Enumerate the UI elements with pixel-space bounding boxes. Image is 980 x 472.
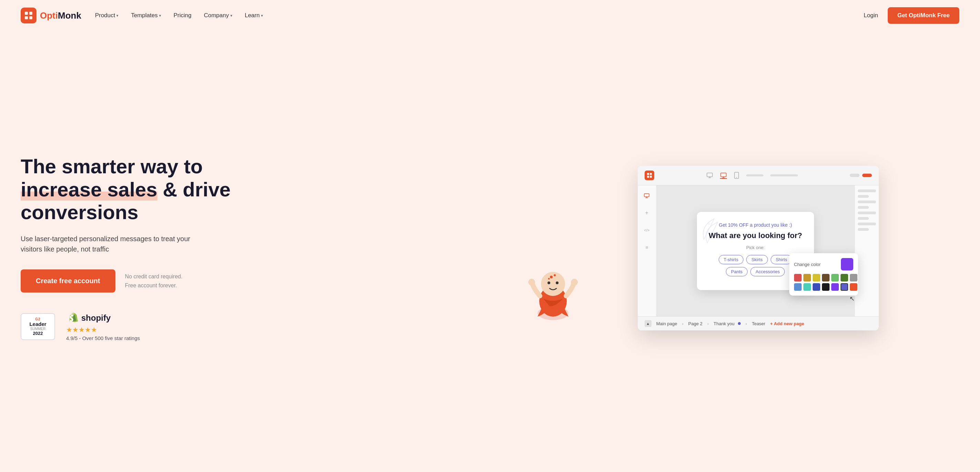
svg-point-6 (541, 272, 565, 296)
color-picker: Change color (789, 253, 858, 296)
swatch-purple[interactable] (831, 283, 839, 291)
topbar-spacer (746, 174, 764, 176)
svg-point-10 (554, 274, 556, 276)
hero-character (525, 258, 581, 327)
nav-product[interactable]: Product ▾ (95, 12, 119, 19)
mockup-tabs (706, 172, 798, 179)
swatch-gold[interactable] (803, 274, 811, 281)
g2-badge: G2 Leader SUMMER 2022 (21, 313, 55, 340)
hero-section: The smarter way to increase sales & driv… (0, 31, 980, 472)
svg-point-24 (703, 230, 705, 231)
cp-grid (794, 274, 853, 291)
ui-mockup: + </> ≡ (638, 166, 879, 330)
cp-label: Change color (794, 262, 821, 267)
logo-link[interactable]: OptiMonk (21, 8, 81, 24)
nav-company[interactable]: Company ▾ (204, 12, 232, 19)
sidebar-tool-layers[interactable]: ≡ (642, 242, 652, 252)
swatch-green[interactable] (831, 274, 839, 281)
create-account-button[interactable]: Create free account (21, 269, 115, 292)
trust-badges: G2 Leader SUMMER 2022 shopify ★★★★★ 4.9/… (21, 312, 495, 341)
swatch-orange[interactable] (850, 283, 858, 291)
swatch-gray[interactable] (850, 274, 858, 281)
chevron-down-icon: ▾ (116, 13, 118, 18)
sidebar-tool-code[interactable]: </> (642, 225, 652, 235)
sidebar-tool-plus[interactable]: + (642, 208, 652, 218)
svg-point-11 (548, 278, 550, 280)
rating-text: 4.9/5 - Over 500 five star ratings (66, 335, 140, 341)
cp-selected-color (841, 258, 853, 271)
swatch-brown[interactable] (822, 274, 829, 281)
hero-content: The smarter way to increase sales & driv… (21, 155, 509, 341)
mockup-actions (850, 174, 872, 177)
swatch-red[interactable] (794, 274, 802, 281)
deco-leaves-tl (697, 212, 731, 246)
svg-point-7 (547, 281, 550, 284)
svg-point-8 (556, 281, 558, 284)
nav-templates[interactable]: Templates ▾ (131, 12, 161, 19)
swatch-yellow[interactable] (813, 274, 820, 281)
mockup-topbar (638, 166, 879, 185)
sidebar-tool-monitor[interactable] (642, 191, 652, 201)
nav-learn[interactable]: Learn ▾ (245, 12, 263, 19)
svg-rect-15 (650, 173, 652, 175)
swatch-indigo[interactable] (840, 283, 848, 291)
mockup-canvas: Get 10% OFF a product you like :) What a… (656, 185, 855, 316)
hero-subtitle: Use laser-targeted personalized messages… (21, 234, 200, 254)
tag-pants[interactable]: Pants (726, 267, 748, 276)
cursor-icon: ↖ (850, 295, 855, 303)
mockup-logo-icon (644, 171, 654, 180)
page-2[interactable]: Page 2 (688, 321, 702, 326)
hero-visual: + </> ≡ (509, 166, 959, 330)
svg-point-21 (736, 177, 737, 178)
logo-svg (24, 11, 33, 20)
cp-header: Change color (794, 258, 853, 271)
chevron-down-icon: ▾ (231, 13, 232, 18)
navigation: OptiMonk Product ▾ Templates ▾ Pricing C… (0, 0, 980, 31)
svg-rect-2 (25, 16, 28, 19)
star-rating: ★★★★★ (66, 325, 140, 334)
nav-cta-button[interactable]: Get OptiMonk Free (888, 7, 959, 24)
swatch-lightblue[interactable] (794, 283, 802, 291)
topbar-spacer2 (770, 174, 798, 176)
swatch-teal[interactable] (803, 283, 811, 291)
svg-point-12 (528, 279, 535, 285)
shopify-icon (66, 312, 78, 324)
mobile-tab-icon (734, 172, 739, 179)
swatch-blue[interactable] (813, 283, 820, 291)
nav-links: Product ▾ Templates ▾ Pricing Company ▾ … (95, 12, 864, 19)
page-main[interactable]: Main page (656, 321, 677, 326)
mockup-body: + </> ≡ (638, 185, 879, 316)
svg-rect-17 (650, 176, 652, 178)
add-page-button[interactable]: + Add new page (770, 321, 804, 326)
desktop-tab-icon (706, 172, 713, 179)
svg-rect-16 (647, 176, 649, 178)
nav-right: Login Get OptiMonk Free (864, 7, 959, 24)
hero-actions: Create free account No credit card requi… (21, 269, 495, 292)
hero-note: No credit card required. Free account fo… (125, 272, 183, 290)
svg-rect-18 (707, 173, 713, 177)
page-teaser[interactable]: Teaser (752, 321, 765, 326)
swatch-darkgreen[interactable] (840, 274, 848, 281)
mockup-sidebar: + </> ≡ (638, 185, 656, 316)
logo-text: OptiMonk (40, 10, 81, 21)
svg-rect-3 (29, 16, 32, 19)
tag-skirts[interactable]: Skirts (746, 255, 768, 264)
page-thankyou[interactable]: Thank you (713, 321, 741, 326)
shopify-badge: shopify ★★★★★ 4.9/5 - Over 500 five star… (66, 312, 140, 341)
monitor-tab-icon[interactable] (720, 172, 727, 179)
page-prev-button[interactable]: ▲ (644, 320, 652, 327)
logo-icon (21, 8, 37, 24)
login-link[interactable]: Login (864, 12, 878, 19)
svg-rect-14 (647, 173, 649, 175)
svg-point-13 (571, 279, 578, 285)
tag-tshirts[interactable]: T-shirts (719, 255, 744, 264)
svg-rect-0 (25, 12, 28, 15)
svg-point-9 (550, 276, 553, 278)
chevron-down-icon: ▾ (261, 13, 263, 18)
svg-point-23 (708, 223, 710, 225)
swatch-black[interactable] (822, 283, 829, 291)
mockup-right-panel (855, 185, 879, 316)
page-dot (738, 322, 741, 325)
svg-rect-22 (644, 194, 649, 197)
nav-pricing[interactable]: Pricing (173, 12, 191, 19)
